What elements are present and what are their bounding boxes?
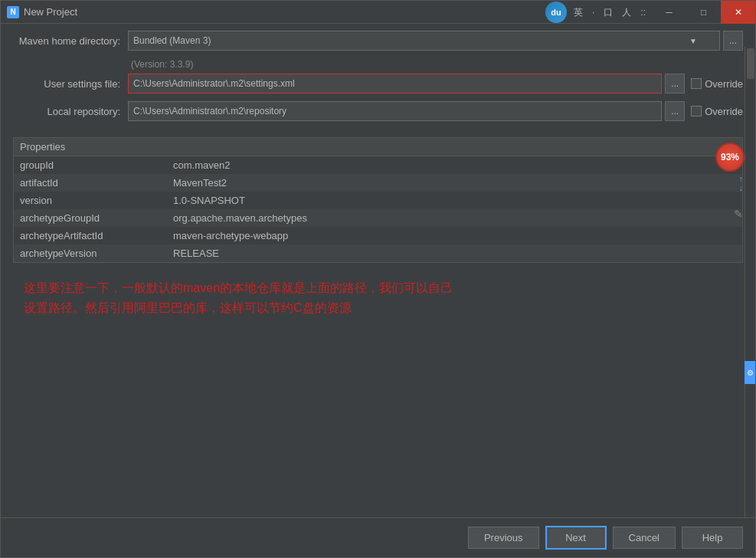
dialog-footer: Previous Next Cancel Help bbox=[1, 517, 755, 557]
property-key: archetypeGroupId bbox=[14, 209, 167, 227]
property-key: version bbox=[14, 192, 167, 209]
tray-eng[interactable]: 英 bbox=[571, 5, 585, 21]
property-key: archetypeArtifactId bbox=[14, 227, 167, 245]
maven-home-select[interactable]: Bundled (Maven 3) bbox=[128, 31, 720, 51]
user-settings-input-wrap: ... Override bbox=[128, 74, 743, 94]
local-repo-label: Local repository: bbox=[13, 106, 128, 117]
maven-home-input-wrap: Bundled (Maven 3) ▼ ... bbox=[128, 31, 743, 51]
tray-window[interactable]: 口 bbox=[601, 5, 615, 21]
local-repo-override-label: Override bbox=[705, 106, 743, 117]
du-logo: du bbox=[545, 2, 567, 23]
scrollbar[interactable] bbox=[745, 47, 755, 517]
maven-home-label: Maven home directory: bbox=[13, 35, 128, 47]
close-button[interactable]: ✕ bbox=[721, 1, 755, 24]
table-row: archetypeArtifactIdmaven-archetype-webap… bbox=[14, 227, 742, 245]
properties-table: groupIdcom.maven2artifactIdMavenTest2ver… bbox=[14, 156, 742, 262]
scroll-thumb[interactable] bbox=[747, 48, 754, 79]
user-settings-browse-button[interactable]: ... bbox=[665, 74, 685, 94]
maven-browse-button[interactable]: ... bbox=[723, 31, 743, 51]
previous-button[interactable]: Previous bbox=[468, 527, 539, 549]
local-repo-input-wrap: ... Override bbox=[128, 101, 743, 121]
user-settings-row: User settings file: ... Override bbox=[13, 73, 743, 94]
property-value: org.apache.maven.archetypes bbox=[167, 209, 742, 227]
comment-text: 这里要注意一下，一般默认的maven的本地仓库就是上面的路径，我们可以自己 设置… bbox=[1, 263, 755, 325]
user-settings-override-wrap: Override bbox=[691, 78, 743, 90]
property-value: RELEASE bbox=[167, 245, 742, 262]
dialog-title: New Project bbox=[24, 6, 77, 18]
system-tray: du 英 · 口 人 :: bbox=[545, 2, 648, 22]
table-row: version1.0-SNAPSHOT bbox=[14, 192, 742, 209]
user-settings-label: User settings file: bbox=[13, 78, 128, 90]
property-value: MavenTest2 bbox=[167, 174, 742, 192]
table-row: archetypeGroupIdorg.apache.maven.archety… bbox=[14, 209, 742, 227]
sidebar-tab[interactable]: ⚙ bbox=[745, 361, 755, 384]
maximize-button[interactable]: □ bbox=[686, 1, 721, 24]
local-repo-row: Local repository: ... Override bbox=[13, 100, 743, 122]
property-value: maven-archetype-webapp bbox=[167, 227, 742, 245]
local-repo-browse-button[interactable]: ... bbox=[665, 101, 685, 121]
properties-section: Properties groupIdcom.maven2artifactIdMa… bbox=[13, 137, 743, 263]
minimize-button[interactable]: ─ bbox=[652, 1, 686, 24]
tray-dot: · bbox=[590, 5, 597, 19]
maven-home-row: Maven home directory: Bundled (Maven 3) … bbox=[13, 30, 743, 51]
next-button[interactable]: Next bbox=[545, 526, 607, 550]
property-key: archetypeVersion bbox=[14, 245, 167, 262]
properties-header: Properties bbox=[14, 138, 742, 156]
table-row: groupIdcom.maven2 bbox=[14, 156, 742, 174]
download-indicator: ↑↓ bbox=[739, 174, 744, 192]
version-text: (Version: 3.3.9) bbox=[131, 59, 193, 70]
edit-icon[interactable]: ✎ bbox=[734, 208, 743, 220]
maven-select-wrap: Bundled (Maven 3) ▼ bbox=[128, 31, 720, 51]
progress-badge: 93% bbox=[715, 143, 745, 172]
local-repo-override-wrap: Override bbox=[691, 106, 743, 117]
property-value: com.maven2 bbox=[167, 156, 742, 174]
title-bar: N New Project du 英 · 口 人 :: ─ □ ✕ bbox=[1, 1, 755, 24]
tray-grid[interactable]: :: bbox=[638, 5, 648, 19]
dialog-body: Maven home directory: Bundled (Maven 3) … bbox=[1, 24, 755, 517]
user-settings-input[interactable] bbox=[128, 74, 662, 94]
cancel-button[interactable]: Cancel bbox=[613, 527, 676, 549]
local-repo-override-checkbox[interactable] bbox=[691, 106, 702, 117]
new-project-dialog: N New Project du 英 · 口 人 :: ─ □ ✕ Maven … bbox=[0, 0, 756, 558]
tray-user[interactable]: 人 bbox=[620, 5, 633, 21]
table-row: artifactIdMavenTest2 bbox=[14, 174, 742, 192]
help-button[interactable]: Help bbox=[682, 527, 743, 549]
property-key: artifactId bbox=[14, 174, 167, 192]
property-key: groupId bbox=[14, 156, 167, 174]
app-icon: N bbox=[7, 6, 19, 18]
user-settings-override-label: Override bbox=[705, 78, 743, 90]
local-repo-input[interactable] bbox=[128, 101, 662, 121]
user-settings-override-checkbox[interactable] bbox=[691, 78, 702, 89]
version-row: (Version: 3.3.9) bbox=[13, 57, 743, 71]
property-value: 1.0-SNAPSHOT bbox=[167, 192, 742, 209]
form-section: Maven home directory: Bundled (Maven 3) … bbox=[1, 24, 755, 134]
table-row: archetypeVersionRELEASE bbox=[14, 245, 742, 262]
window-controls: ─ □ ✕ bbox=[652, 1, 755, 24]
